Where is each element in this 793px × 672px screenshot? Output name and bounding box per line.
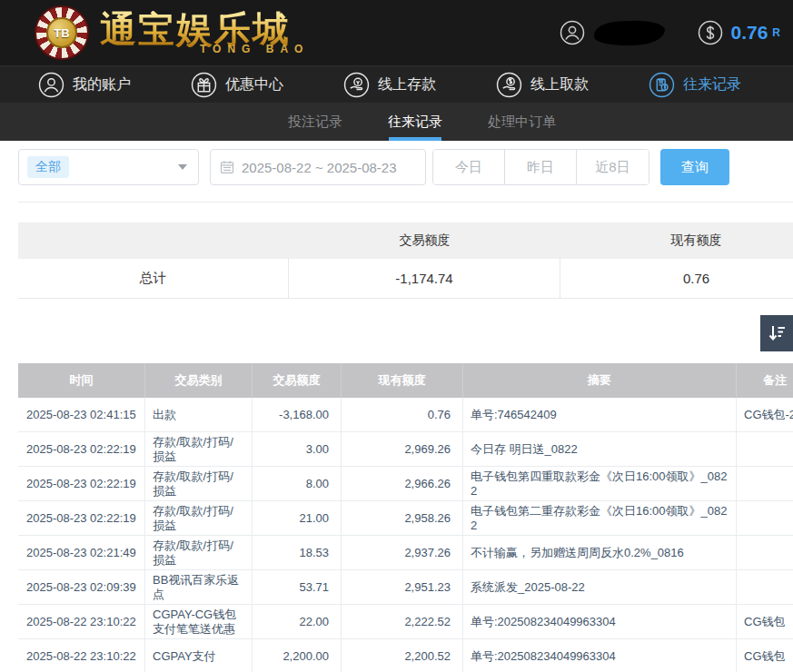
user-icon <box>38 72 64 98</box>
balance-amount: 0.76 <box>730 22 768 44</box>
cell-balance: 2,951.23 <box>342 570 463 604</box>
tab-transaction-records[interactable]: 往来记录 <box>388 103 442 141</box>
cell-summary: 系统派发_2025-08-22 <box>463 570 737 604</box>
cell-time: 2025-08-23 02:22:19 <box>18 432 145 466</box>
chevron-down-icon <box>178 164 187 170</box>
table-header-row: 时间 交易类别 交易额度 现有额度 摘要 备注 <box>18 363 793 398</box>
account-area: 0.76 R <box>560 20 780 45</box>
deposit-icon <box>343 72 370 98</box>
summary-table: 交易额度 现有额度 总计 -1,174.74 0.76 <box>18 222 793 299</box>
brand-name-cn: 通宝娱乐城 <box>100 11 309 47</box>
balance-area[interactable]: 0.76 R <box>698 20 780 45</box>
chip-tb-label: TB <box>46 17 77 48</box>
cell-summary: 单号:746542409 <box>463 398 737 431</box>
nav-label: 线上取款 <box>530 75 589 94</box>
cell-amount: -3,168.00 <box>253 398 342 431</box>
nav-item-deposit[interactable]: 线上存款 <box>343 72 436 98</box>
cell-type: BB视讯百家乐返点 <box>145 570 253 604</box>
col-time: 时间 <box>18 363 145 398</box>
cell-amount: 22.00 <box>253 605 342 638</box>
cell-time: 2025-08-23 02:22:19 <box>18 501 145 535</box>
search-button[interactable]: 查询 <box>660 149 729 185</box>
nav-item-promotions[interactable]: 优惠中心 <box>191 72 283 98</box>
cell-type: 存款/取款/打码/损益 <box>145 501 253 535</box>
cell-balance: 2,958.26 <box>342 501 463 535</box>
cell-amount: 2,200.00 <box>253 639 342 672</box>
cell-note: CG钱包 <box>737 639 793 672</box>
nav-label: 我的账户 <box>73 75 131 94</box>
col-balance: 现有额度 <box>342 363 463 398</box>
date-range-input[interactable]: 2025-08-22 ~ 2025-08-23 <box>210 149 426 185</box>
nav-item-withdraw[interactable]: 线上取款 <box>496 72 589 98</box>
last8days-button[interactable]: 近8日 <box>577 150 649 184</box>
cell-time: 2025-08-23 02:41:15 <box>18 398 145 431</box>
type-select[interactable]: 全部 <box>18 149 199 185</box>
cell-balance: 2,200.52 <box>342 639 463 672</box>
brand-logo[interactable]: TB 通宝娱乐城 TONG BAO <box>35 5 309 60</box>
summary-total-label: 总计 <box>18 259 289 298</box>
yesterday-button[interactable]: 昨日 <box>505 150 577 184</box>
sort-descending-button[interactable] <box>760 315 793 351</box>
summary-balance-total: 0.76 <box>560 259 793 298</box>
user-icon[interactable] <box>560 20 585 45</box>
nav-item-my-account[interactable]: 我的账户 <box>38 72 131 98</box>
cell-note <box>737 467 793 500</box>
brand-name-en: TONG BAO <box>100 44 309 54</box>
cell-summary: 今日存 明日送_0822 <box>463 432 737 466</box>
filter-row: 全部 2025-08-22 ~ 2025-08-23 今日 昨日 近8日 查询 <box>18 149 793 185</box>
nav-label: 线上存款 <box>378 75 436 94</box>
cell-note: CG钱包-24 <box>737 398 793 431</box>
cell-time: 2025-08-23 02:22:19 <box>18 467 145 500</box>
cell-balance: 2,966.26 <box>342 467 463 500</box>
records-table: 时间 交易类别 交易额度 现有额度 摘要 备注 2025-08-23 02:41… <box>18 363 793 672</box>
cell-summary: 电子钱包第四重取款彩金《次日16:00领取》_0822 <box>463 467 737 500</box>
cell-amount: 3.00 <box>253 432 342 466</box>
summary-col-empty <box>18 222 289 259</box>
col-note: 备注 <box>737 363 793 398</box>
records-icon <box>649 72 675 98</box>
gift-icon <box>191 72 217 98</box>
tab-pending-orders[interactable]: 处理中订单 <box>488 103 556 141</box>
summary-total-row: 总计 -1,174.74 0.76 <box>18 259 793 299</box>
cell-summary: 单号:202508234049963304 <box>463 639 737 672</box>
col-type: 交易类别 <box>145 363 253 398</box>
table-row: 2025-08-22 23:10:22 CGPAY支付 2,200.00 2,2… <box>18 639 793 672</box>
top-header: TB 通宝娱乐城 TONG BAO 0.76 R <box>0 0 793 65</box>
table-row: 2025-08-23 02:21:49 存款/取款/打码/损益 18.53 2,… <box>18 536 793 570</box>
cell-balance: 2,969.26 <box>342 432 463 466</box>
table-row: 2025-08-23 02:22:19 存款/取款/打码/损益 8.00 2,9… <box>18 467 793 501</box>
coin-icon <box>698 20 723 45</box>
active-tab-underline <box>389 137 441 141</box>
nav-label: 往来记录 <box>683 75 741 94</box>
type-select-value: 全部 <box>27 156 69 178</box>
today-button[interactable]: 今日 <box>433 150 505 184</box>
summary-col-transaction: 交易额度 <box>289 222 560 259</box>
cell-summary: 单号:202508234049963304 <box>463 605 737 638</box>
summary-col-balance: 现有额度 <box>560 222 793 259</box>
table-row: 2025-08-23 02:22:19 存款/取款/打码/损益 21.00 2,… <box>18 501 793 536</box>
tab-betting-records[interactable]: 投注记录 <box>288 103 342 141</box>
cell-amount: 8.00 <box>253 467 342 500</box>
cell-amount: 18.53 <box>253 536 342 569</box>
redacted-username[interactable] <box>594 19 666 46</box>
subtab-label: 投注记录 <box>288 114 342 131</box>
cell-note <box>737 570 793 604</box>
subtab-label: 往来记录 <box>388 114 442 131</box>
cell-note <box>737 432 793 466</box>
quick-date-group: 今日 昨日 近8日 <box>432 149 649 185</box>
nav-label: 优惠中心 <box>225 75 283 94</box>
nav-item-transaction-records[interactable]: 往来记录 <box>649 72 741 98</box>
subtab-label: 处理中订单 <box>488 114 556 131</box>
cell-type: CGPAY-CG钱包支付笔笔送优惠 <box>145 605 253 638</box>
table-row: 2025-08-23 02:09:39 BB视讯百家乐返点 53.71 2,95… <box>18 570 793 605</box>
cell-type: 存款/取款/打码/损益 <box>145 467 253 500</box>
cell-time: 2025-08-23 02:21:49 <box>18 536 145 569</box>
table-row: 2025-08-23 02:41:15 出款 -3,168.00 0.76 单号… <box>18 398 793 432</box>
calendar-icon <box>220 160 234 174</box>
summary-transaction-total: -1,174.74 <box>289 259 560 298</box>
cell-time: 2025-08-23 02:09:39 <box>18 570 145 604</box>
cell-note: CG钱包 <box>737 605 793 638</box>
cell-type: CGPAY支付 <box>145 639 253 672</box>
main-nav: 我的账户 优惠中心 线上存款 <box>0 65 793 103</box>
col-amount: 交易额度 <box>253 363 342 398</box>
